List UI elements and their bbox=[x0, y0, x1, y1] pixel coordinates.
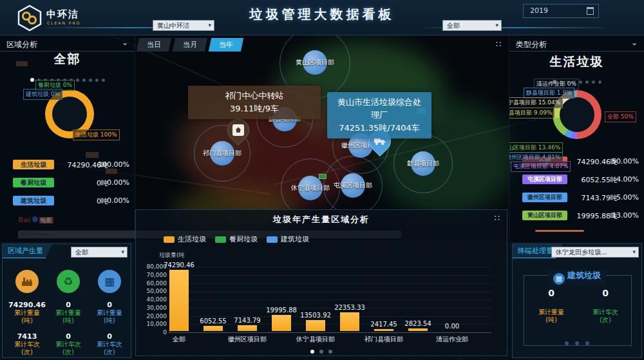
building-icon: ▦ bbox=[98, 270, 121, 293]
building-icon: ▦ bbox=[553, 273, 565, 285]
pagination-dot[interactable] bbox=[95, 79, 99, 82]
pagination-dot[interactable] bbox=[585, 341, 589, 345]
table-row: 建筑垃圾 0吨 0.00% bbox=[0, 196, 135, 207]
stat-unit: (吨) bbox=[89, 317, 130, 325]
region-output-panel: 区域产生量 全部 ▾ 74290.46 累计重量 (吨) 7413 累计车次 (… bbox=[2, 243, 131, 358]
stat-label: 累计重量 bbox=[89, 309, 130, 317]
type-donut-hole bbox=[560, 97, 594, 132]
chart-pagination bbox=[136, 344, 507, 356]
dropdown-value: 休宁龙田乡垃圾... bbox=[556, 249, 607, 256]
table-row: 徽州区项目部 7143.79吨 5.00% bbox=[509, 193, 644, 204]
chevron-down-icon: ▾ bbox=[121, 247, 124, 257]
bar-group[interactable]: 0.00 bbox=[435, 323, 469, 331]
pagination-dot[interactable] bbox=[319, 350, 323, 354]
pagination-dot[interactable] bbox=[585, 81, 589, 84]
map-expand-icon[interactable]: ∷ bbox=[496, 39, 502, 49]
donut-label: 全部 50% bbox=[605, 111, 636, 122]
divider bbox=[509, 51, 644, 52]
marker-label: 歙县项目部 bbox=[407, 159, 439, 168]
calendar-icon bbox=[587, 7, 594, 15]
bar-group[interactable]: 22353.33 bbox=[332, 304, 367, 331]
region-output-dropdown[interactable]: 全部 ▾ bbox=[71, 247, 128, 258]
chevron-down-icon: ▾ bbox=[632, 247, 636, 257]
panel-title: 区域分析 bbox=[6, 39, 37, 50]
donut-label: 屯溪区项目部 4.07% bbox=[511, 161, 571, 172]
scroll-indicator[interactable] bbox=[535, 230, 584, 232]
tab-year[interactable]: 当年 bbox=[209, 38, 243, 52]
terminal-processing-panel: 终端处理量 休宁龙田乡垃圾... ▾ ▦建筑垃圾 0 累计重量 (吨) 0 累计… bbox=[512, 243, 642, 358]
terminal-trips-stat: 0 累计车次 (次) bbox=[585, 288, 626, 324]
panel-title: 类型分析 bbox=[516, 39, 547, 50]
terminal-dropdown[interactable]: 休宁龙田乡垃圾... ▾ bbox=[551, 247, 639, 258]
donut-label: 生活垃圾 100% bbox=[73, 129, 120, 140]
stat-label: 累计车次 bbox=[6, 341, 48, 348]
chart-title: 垃圾年产生量区域分析 bbox=[136, 214, 507, 225]
scope-dropdown[interactable]: 全部 ▾ bbox=[442, 20, 502, 31]
stat-value: 74290.46 bbox=[6, 301, 48, 309]
bar bbox=[238, 325, 257, 331]
chevron-down-icon[interactable]: ⌄ bbox=[122, 38, 128, 47]
bar-value: 13503.92 bbox=[300, 312, 331, 319]
x-axis bbox=[169, 332, 491, 333]
chart-expand-icon[interactable]: ∷ bbox=[495, 213, 500, 223]
stat-unit: (吨) bbox=[531, 316, 572, 324]
region-analysis-panel: 区域分析 ⌄ 全部 餐厨垃圾 0% 建筑垃圾 0% 生活垃圾 100% 生活垃圾… bbox=[0, 35, 135, 240]
bar-group[interactable]: 13503.92 bbox=[298, 312, 333, 331]
scope-dropdown-value: 全部 bbox=[447, 22, 460, 29]
bar-group[interactable]: 7143.79 bbox=[230, 317, 265, 331]
pagination-dot[interactable] bbox=[30, 78, 34, 82]
table-row: 屯溪区项目部 6052.55吨 4.00% bbox=[509, 175, 644, 186]
donut-label: 休宁县项目部 15.04% bbox=[509, 97, 563, 108]
tab-day[interactable]: 当日 bbox=[137, 38, 171, 52]
stat-value: 0 bbox=[89, 332, 130, 341]
stat-value: 0 bbox=[48, 301, 89, 309]
row-percent: 5.00% bbox=[616, 193, 639, 202]
pagination-dot[interactable] bbox=[82, 79, 86, 82]
tab-month[interactable]: 当月 bbox=[173, 38, 207, 52]
chevron-down-icon[interactable]: ⌄ bbox=[631, 38, 638, 47]
donut-title: 全部 bbox=[0, 51, 135, 68]
legend-swatch bbox=[215, 236, 226, 243]
legend-swatch bbox=[164, 236, 175, 243]
bar bbox=[204, 326, 223, 331]
org-dropdown[interactable]: 黄山中环洁 ▾ bbox=[153, 20, 214, 31]
bar-group[interactable]: 6052.55 bbox=[196, 317, 231, 331]
category-badge: 黄山区项目部 bbox=[522, 211, 567, 220]
stat-value: 0 bbox=[48, 332, 89, 341]
marker-label: 祁门县项目部 bbox=[203, 149, 242, 158]
pagination-dot[interactable] bbox=[328, 350, 332, 354]
bar-group[interactable]: 19995.88 bbox=[264, 307, 299, 331]
row-value: 74290.46吨 bbox=[566, 157, 618, 167]
pagination-dot[interactable] bbox=[579, 81, 582, 84]
pagination-dot[interactable] bbox=[598, 81, 601, 84]
bar-group[interactable]: 2823.54 bbox=[401, 320, 435, 331]
chevron-down-icon: ▾ bbox=[208, 21, 211, 30]
x-label: 休宁县项目部 bbox=[296, 335, 335, 344]
row-value: 7143.79吨 bbox=[566, 193, 618, 203]
stat-unit: (次) bbox=[89, 348, 130, 356]
period-tabs: 当日 当月 当年 bbox=[138, 38, 242, 52]
tooltip-value: 74251.35吨/7404车 bbox=[336, 122, 422, 135]
category-badge: 屯溪区项目部 bbox=[522, 175, 567, 184]
pagination-dot[interactable] bbox=[76, 79, 79, 82]
stat-value: 7413 bbox=[6, 332, 48, 341]
year-picker[interactable]: 2019 bbox=[523, 4, 599, 18]
app-header: 中环洁 CLEAN PRO 垃圾管理大数据看板 2019 bbox=[0, 0, 644, 35]
pagination-dot[interactable] bbox=[575, 341, 579, 345]
bar-group[interactable]: 2417.45 bbox=[366, 321, 401, 331]
stat-column-domestic: 74290.46 累计重量 (吨) 7413 累计车次 (次) bbox=[6, 270, 48, 356]
category-badge: 徽州区项目部 bbox=[522, 193, 567, 202]
pagination-dot[interactable] bbox=[565, 341, 569, 345]
stat-unit: (次) bbox=[48, 348, 89, 356]
pagination-dot[interactable] bbox=[102, 79, 105, 82]
pagination-dot[interactable] bbox=[89, 79, 92, 82]
tooltip-value: 39.11吨/9车 bbox=[197, 102, 312, 115]
category-badge: 建筑垃圾 bbox=[13, 196, 54, 205]
stat-value: 0 bbox=[89, 301, 130, 309]
bar-group[interactable]: 74290.46 bbox=[162, 261, 196, 331]
terminal-card-title: ▦建筑垃圾 bbox=[513, 269, 641, 285]
pagination-dot[interactable] bbox=[592, 81, 595, 84]
pagination-dot[interactable] bbox=[310, 350, 314, 354]
terminal-pagination bbox=[513, 336, 641, 348]
row-percent: 4.00% bbox=[616, 175, 639, 184]
